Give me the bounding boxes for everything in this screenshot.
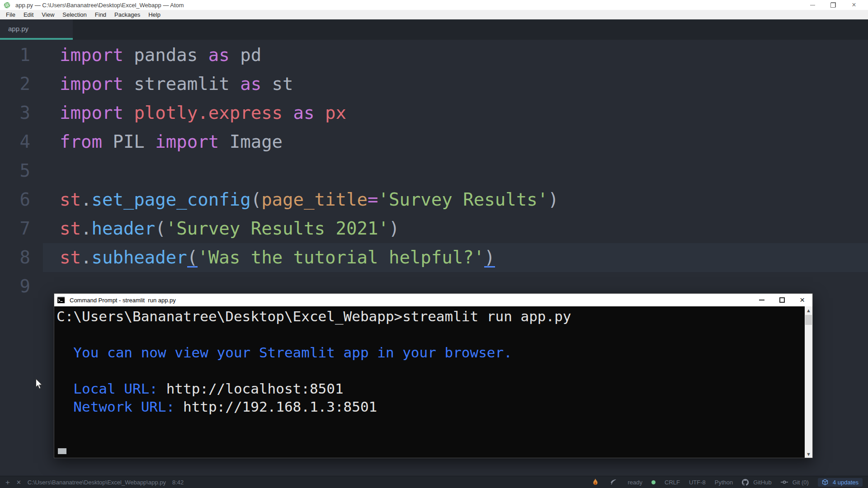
flame-icon[interactable] — [592, 479, 599, 486]
menu-file[interactable]: File — [2, 11, 19, 18]
menu-view[interactable]: View — [38, 11, 58, 18]
line-number: 5 — [0, 156, 43, 185]
cursor-position[interactable]: 8:42 — [172, 479, 184, 486]
atom-logo-icon — [4, 2, 10, 9]
code-line-4[interactable]: 4from PIL import Image — [0, 127, 868, 156]
cmd-window-title: Command Prompt - streamlit run app.py — [70, 297, 176, 304]
code-line-5[interactable]: 5 — [0, 156, 868, 185]
code-line-3[interactable]: 3import plotly.express as px — [0, 99, 868, 127]
cmd-scrollbar[interactable]: ▲ ▼ — [805, 306, 812, 458]
scroll-up-icon[interactable]: ▲ — [805, 306, 812, 314]
terminal-line: Network URL: http://192.168.1.3:8501 — [57, 398, 805, 416]
menu-edit[interactable]: Edit — [19, 11, 38, 18]
terminal-line — [57, 361, 805, 380]
terminal-line: Local URL: http://localhost:8501 — [57, 380, 805, 398]
terminal-line: C:\Users\Bananatree\Desktop\Excel_Webapp… — [57, 307, 805, 325]
package-icon — [822, 479, 828, 485]
file-path: C:\Users\Bananatree\Desktop\Excel_Webapp… — [28, 479, 166, 486]
command-prompt-window[interactable]: Command Prompt - streamlit run app.py × … — [54, 293, 813, 458]
status-bar: + ✕ C:\Users\Bananatree\Desktop\Excel_We… — [0, 476, 868, 488]
close-file-icon[interactable]: ✕ — [16, 479, 21, 485]
line-ending-selector[interactable]: CRLF — [665, 479, 680, 486]
restore-button[interactable] — [823, 0, 844, 10]
line-number: 1 — [0, 41, 43, 70]
quill-icon[interactable] — [610, 479, 617, 485]
window-title: app.py — C:\Users\Bananatree\Desktop\Exc… — [15, 2, 184, 9]
ready-status: ready — [627, 479, 642, 486]
cmd-icon — [57, 297, 65, 303]
menu-help[interactable]: Help — [144, 11, 165, 18]
cmd-titlebar[interactable]: Command Prompt - streamlit run app.py × — [54, 294, 812, 306]
terminal-cursor — [58, 448, 66, 454]
terminal-output[interactable]: C:\Users\Bananatree\Desktop\Excel_Webapp… — [54, 306, 805, 458]
status-green-dot-icon — [651, 480, 656, 484]
github-button[interactable]: GitHub — [742, 479, 771, 486]
cmd-close-button[interactable]: × — [792, 294, 812, 306]
line-number: 8 — [0, 243, 43, 272]
menu-bar: FileEditViewSelectionFindPackagesHelp — [0, 10, 868, 19]
line-number: 7 — [0, 214, 43, 243]
minimize-button[interactable] — [802, 0, 823, 10]
line-number: 9 — [0, 272, 43, 301]
tab-bar: app.py — [0, 19, 868, 40]
github-icon — [742, 479, 749, 486]
tab-label: app.py — [8, 25, 28, 33]
atom-titlebar: app.py — C:\Users\Bananatree\Desktop\Exc… — [0, 0, 868, 10]
code-line-2[interactable]: 2import streamlit as st — [0, 70, 868, 99]
encoding-selector[interactable]: UTF-8 — [689, 479, 706, 486]
line-number: 3 — [0, 99, 43, 127]
close-button[interactable]: × — [844, 0, 864, 10]
line-number: 4 — [0, 127, 43, 156]
code-line-1[interactable]: 1import pandas as pd — [0, 41, 868, 70]
terminal-line — [57, 416, 805, 434]
cmd-minimize-button[interactable] — [751, 294, 772, 306]
git-button[interactable]: Git (0) — [781, 479, 809, 486]
cmd-maximize-button[interactable] — [772, 294, 792, 306]
add-project-icon[interactable]: + — [5, 479, 10, 486]
line-number: 6 — [0, 185, 43, 214]
menu-find[interactable]: Find — [91, 11, 110, 18]
terminal-line: You can now view your Streamlit app in y… — [57, 343, 805, 361]
tab-app-py[interactable]: app.py — [0, 19, 73, 40]
terminal-line — [57, 325, 805, 343]
git-branch-icon — [781, 480, 788, 484]
code-line-8[interactable]: 8st.subheader('Was the tutorial helpful?… — [0, 243, 868, 272]
language-selector[interactable]: Python — [715, 479, 733, 486]
scroll-thumb[interactable] — [805, 315, 812, 325]
scroll-down-icon[interactable]: ▼ — [805, 450, 812, 458]
line-number: 2 — [0, 70, 43, 99]
code-line-7[interactable]: 7st.header('Survey Results 2021') — [0, 214, 868, 243]
code-line-6[interactable]: 6st.set_page_config(page_title='Survey R… — [0, 185, 868, 214]
menu-packages[interactable]: Packages — [110, 11, 144, 18]
updates-button[interactable]: 4 updates — [818, 478, 863, 487]
terminal-line — [57, 434, 805, 452]
menu-selection[interactable]: Selection — [58, 11, 90, 18]
